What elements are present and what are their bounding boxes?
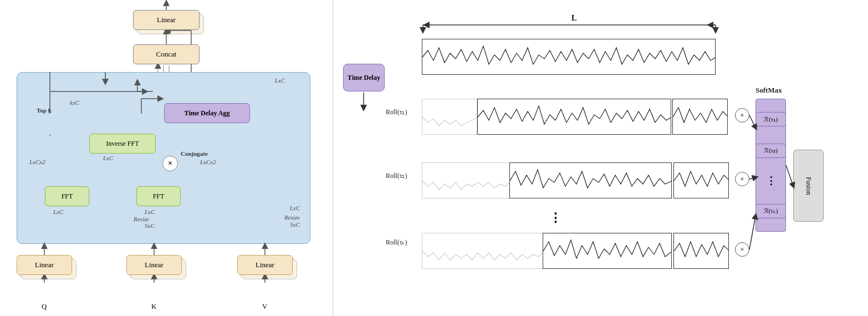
fusion-label: Fusion xyxy=(804,177,813,195)
waveform-r1-main xyxy=(477,99,671,135)
sxc-right-label: SxC xyxy=(290,221,300,228)
q-label: Q xyxy=(42,302,47,311)
lxc-right-label: LxC xyxy=(290,205,300,211)
fft-right-box: FFT xyxy=(136,186,181,206)
svg-line-28 xyxy=(749,177,755,179)
rk-box: ℛ(τₖ) xyxy=(755,204,786,218)
waveform-r2-main xyxy=(509,162,672,198)
purple-bar: ℛ(τ₁) ℛ(τ₂) ⋮ ℛ(τₖ) xyxy=(755,99,786,232)
purple-dots: ⋮ xyxy=(766,175,776,187)
waveform-rk-ghost xyxy=(422,233,544,269)
fft-left-label: FFT xyxy=(62,192,73,201)
resize-right-label: Resize xyxy=(284,214,300,221)
inverse-fft-box: Inverse FFT xyxy=(89,134,156,154)
lxcx2-right-label: LxCx2 xyxy=(200,159,216,165)
dots-label: ⋮ xyxy=(549,211,561,225)
linear-top-box: Linear xyxy=(133,10,200,30)
time-delay-label: Time Delay xyxy=(348,74,380,81)
lxc-inv-label: LxC xyxy=(103,155,113,161)
r2-label: ℛ(τ₂) xyxy=(764,147,778,154)
linear-v-label: Linear xyxy=(256,261,274,269)
roll-2-label: Roll(τ₂) xyxy=(386,172,407,180)
fft-left-box: FFT xyxy=(45,186,89,206)
r2-box: ℛ(τ₂) xyxy=(755,144,786,158)
waveform-rk-main xyxy=(543,233,672,269)
svg-line-27 xyxy=(749,115,755,128)
linear-q-label: Linear xyxy=(35,261,54,269)
linear-q-box: Linear xyxy=(17,255,72,275)
circle-x-k: × xyxy=(735,242,749,257)
k-label: K xyxy=(151,302,156,311)
concat-label: Concat xyxy=(156,50,177,59)
inverse-fft-label: Inverse FFT xyxy=(106,140,139,148)
concat-box: Concat xyxy=(133,44,200,64)
multiply-k: × xyxy=(740,245,744,254)
waveform-r2-small xyxy=(673,162,729,198)
r1-label: ℛ(τ₁) xyxy=(764,116,778,123)
right-panel: L Time Delay Roll(τ₁) Roll(τ₂) Roll(τₖ) xyxy=(333,0,868,316)
svg-line-30 xyxy=(786,165,793,186)
conjugate-label: Conjugate xyxy=(181,150,208,157)
circle-x-2: × xyxy=(735,172,749,186)
waveform-r1-small xyxy=(672,99,728,135)
roll-k-label: Roll(τₖ) xyxy=(386,238,407,247)
fft-right-label: FFT xyxy=(153,192,165,201)
r1-box: ℛ(τ₁) xyxy=(755,112,786,126)
circle-x-1: × xyxy=(735,108,749,123)
svg-line-29 xyxy=(749,216,755,249)
time-delay-box: Time Delay xyxy=(343,64,385,91)
lxc-fft-left-label: LxC xyxy=(53,208,63,215)
multiply-symbol: × xyxy=(168,159,172,168)
linear-v-box: Linear xyxy=(237,255,293,275)
l-label: L xyxy=(571,14,576,23)
linear-top-label: Linear xyxy=(157,16,176,24)
linear-k-box: Linear xyxy=(126,255,182,275)
roll-1-label: Roll(τ₁) xyxy=(386,108,407,116)
fusion-box: Fusion xyxy=(793,150,824,222)
lxcx2-left-label: LxCx2 xyxy=(29,159,45,165)
multiply-2: × xyxy=(740,175,744,184)
v-label: V xyxy=(262,302,267,311)
sxc-left-label: SxC xyxy=(145,222,155,229)
left-panel: Linear Concat LxC Time Delay Agg kxC Top… xyxy=(0,0,333,316)
top-k-label: Top k xyxy=(37,107,52,114)
waveform-r1-ghost xyxy=(422,99,477,135)
blue-container: LxC Time Delay Agg kxC Top k Inverse FFT… xyxy=(17,72,310,244)
waveform-r2-ghost xyxy=(422,162,510,198)
lxc-top-label: LxC xyxy=(275,77,285,84)
rk-label: ℛ(τₖ) xyxy=(764,207,778,215)
waveform-top xyxy=(422,39,716,75)
resize-left-label: Resize xyxy=(134,216,149,222)
multiply-box: × xyxy=(162,156,178,171)
lxc-fft-right-label: LxC xyxy=(145,208,155,215)
waveform-rk-small xyxy=(673,233,729,269)
multiply-1: × xyxy=(740,111,744,120)
time-delay-agg-box: Time Delay Agg xyxy=(164,103,250,123)
time-delay-agg-label: Time Delay Agg xyxy=(185,109,230,118)
linear-k-label: Linear xyxy=(145,261,164,269)
kxc-label: kxC xyxy=(70,99,79,106)
softmax-label: SoftMax xyxy=(755,86,782,95)
